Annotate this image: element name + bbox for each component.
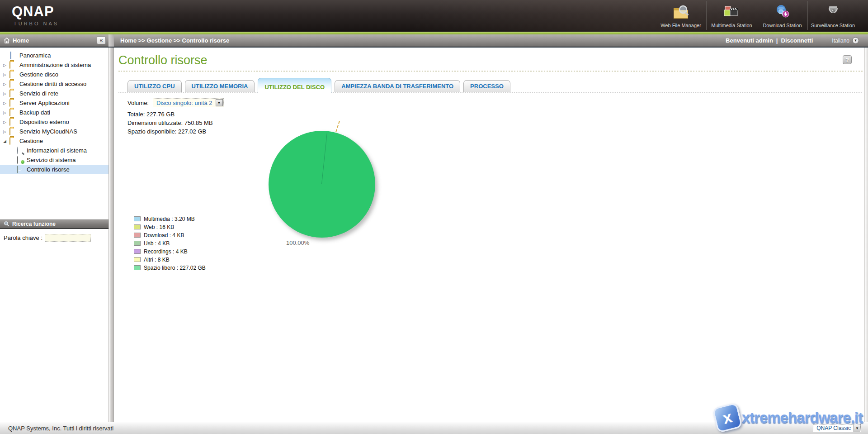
xtremehardware-watermark: x xtremehardware.it (715, 405, 863, 430)
legend-item-altri: Altri : 8 KB (134, 256, 206, 263)
sidebar-collapse-button[interactable]: « (97, 36, 106, 44)
legend-item-multimedia: Multimedia : 3.20 MB (134, 215, 206, 223)
folder-icon (9, 109, 17, 116)
function-search-header: Ricerca funzione (0, 219, 108, 229)
tab-utilizzo-del-disco[interactable]: UTILIZZO DEL DISCO (258, 78, 331, 93)
web-file-manager-button[interactable]: Web File Manager (656, 1, 706, 30)
tab-bar: UTILIZZO CPU UTILIZZO MEMORIA UTILIZZO D… (127, 78, 868, 92)
sidebar-divider[interactable] (108, 48, 114, 422)
system-service-icon (17, 157, 24, 163)
tab-processo[interactable]: PROCESSO (463, 80, 510, 92)
legend-item-download: Download : 4 KB (134, 231, 206, 239)
breadcrumb-bar: Home >> Gestione >> Controllo risorse Be… (114, 34, 868, 48)
search-icon (4, 221, 9, 227)
station-shortcuts: Web File Manager Multimedia Station (656, 1, 858, 30)
folder-icon (9, 90, 17, 97)
expander-icon[interactable]: ◢ (3, 139, 9, 143)
document-icon (9, 52, 17, 59)
expander-icon[interactable]: ▷ (3, 63, 9, 67)
sidebar-item-backup-dati[interactable]: ▷ Backup dati (0, 108, 108, 117)
expander-icon[interactable]: ▷ (3, 110, 9, 115)
tab-ampiezza-banda-di-trasferimento[interactable]: AMPIEZZA BANDA DI TRASFERIMENTO (335, 80, 460, 92)
sidebar-item-dispositivo-esterno[interactable]: ▷ Dispositivo esterno (0, 117, 108, 127)
folder-icon (9, 128, 17, 135)
sidebar-item-servizio-di-sistema[interactable]: Servizio di sistema (0, 155, 108, 165)
legend-swatch (134, 216, 141, 221)
volume-select[interactable]: Disco singolo: unità 2 ▼ (153, 98, 224, 107)
language-selector[interactable]: Italiano ▼ (832, 37, 859, 44)
page-title: Controllo risorse (118, 53, 868, 67)
expander-icon[interactable]: ▷ (3, 72, 9, 77)
pie-percent-label: 100.00% (286, 239, 309, 246)
main-content: ? Controllo risorse UTILIZZO CPU UTILIZZ… (114, 48, 868, 422)
app-header: QNAP TURBO NAS Web File Manager (0, 0, 868, 32)
surveillance-station-button[interactable]: Surveillance Station (807, 1, 858, 30)
folder-icon (9, 71, 17, 78)
expander-icon[interactable]: ▷ (3, 129, 9, 134)
sidebar-item-servizio-mycloudnas[interactable]: ▷ Servizio MyCloudNAS (0, 127, 108, 136)
qnap-logo: QNAP (12, 4, 54, 20)
scroll-track[interactable] (864, 48, 868, 422)
sidebar-item-gestione[interactable]: ◢ Gestione (0, 136, 108, 146)
language-label: Italiano (832, 38, 849, 44)
session-info: Benvenuti admin | Disconnetti (726, 37, 813, 44)
legend-item-web: Web : 16 KB (134, 223, 206, 231)
legend-swatch (134, 241, 141, 246)
xtremehardware-logo-icon: x (712, 402, 743, 433)
language-dropdown-icon: ▼ (852, 37, 859, 44)
title-divider (118, 71, 863, 72)
sidebar-header: Home « (0, 34, 108, 48)
legend-swatch (134, 224, 141, 229)
legend-swatch (134, 257, 141, 262)
sidebar-item-controllo-risorse[interactable]: Controllo risorse (0, 165, 108, 174)
keyword-input[interactable] (45, 234, 91, 242)
volume-select-value: Disco singolo: unità 2 (156, 100, 212, 106)
legend-swatch (134, 249, 141, 254)
sidebar-item-informazioni-di-sistema[interactable]: Informazioni di sistema (0, 146, 108, 155)
sidebar: Panoramica ▷ Amministrazione di sistema … (0, 48, 108, 422)
folder-icon (9, 62, 17, 68)
station-label: Web File Manager (660, 23, 701, 28)
folder-icon (9, 100, 17, 106)
xtremehardware-logo-text: xtremehardware.it (742, 409, 863, 426)
logout-link[interactable]: Disconnetti (781, 37, 813, 44)
expander-icon[interactable]: ▷ (3, 82, 9, 86)
used-size: Dimensioni utilizzate: 750.85 MB (127, 119, 868, 127)
station-label: Download Station (763, 23, 802, 28)
function-search-title: Ricerca funzione (12, 221, 56, 227)
sidebar-item-panoramica[interactable]: Panoramica (0, 51, 108, 60)
legend-item-recordings: Recordings : 4 KB (134, 248, 206, 255)
sidebar-item-server-applicazioni[interactable]: ▷ Server Applicazioni (0, 98, 108, 108)
welcome-text: Benvenuti admin (726, 37, 773, 44)
folder-open-icon (9, 138, 17, 144)
sidebar-item-gestione-disco[interactable]: ▷ Gestione disco (0, 70, 108, 79)
sidebar-item-gestione-diritti-di-accesso[interactable]: ▷ Gestione diritti di accesso (0, 79, 108, 89)
download-station-button[interactable]: Download Station (757, 1, 807, 30)
multimedia-station-button[interactable]: Multimedia Station (706, 1, 757, 30)
expander-icon[interactable]: ▷ (3, 120, 9, 124)
download-station-icon (772, 3, 793, 22)
surveillance-station-icon (823, 3, 844, 22)
help-button[interactable]: ? (843, 55, 852, 64)
sidebar-item-amministrazione-di-sistema[interactable]: ▷ Amministrazione di sistema (0, 60, 108, 70)
sidebar-item-servizio-di-rete[interactable]: ▷ Servizio di rete (0, 89, 108, 98)
pie-legend: Multimedia : 3.20 MB Web : 16 KB Downloa… (134, 215, 206, 272)
tab-utilizzo-memoria[interactable]: UTILIZZO MEMORIA (185, 80, 255, 92)
station-label: Surveillance Station (811, 23, 855, 28)
navigation-tree: Panoramica ▷ Amministrazione di sistema … (0, 48, 108, 174)
multimedia-station-icon (722, 3, 742, 22)
expander-icon[interactable]: ▷ (3, 101, 9, 105)
disk-usage-pie-chart (269, 131, 375, 238)
pie-slice-divider (321, 133, 327, 184)
legend-swatch (134, 233, 141, 238)
folder-icon (9, 81, 17, 87)
volume-label: Volume: (127, 100, 149, 106)
system-info-icon (17, 147, 24, 154)
expander-icon[interactable]: ▷ (3, 91, 9, 96)
tab-utilizzo-cpu[interactable]: UTILIZZO CPU (127, 80, 182, 92)
sidebar-title: Home (13, 37, 29, 44)
available-size: Spazio disponibile: 227.02 GB (127, 127, 868, 136)
volume-dropdown-arrow-icon[interactable]: ▼ (216, 99, 223, 106)
resource-monitor-icon (17, 166, 24, 173)
breadcrumb: Home >> Gestione >> Controllo risorse (120, 37, 229, 44)
